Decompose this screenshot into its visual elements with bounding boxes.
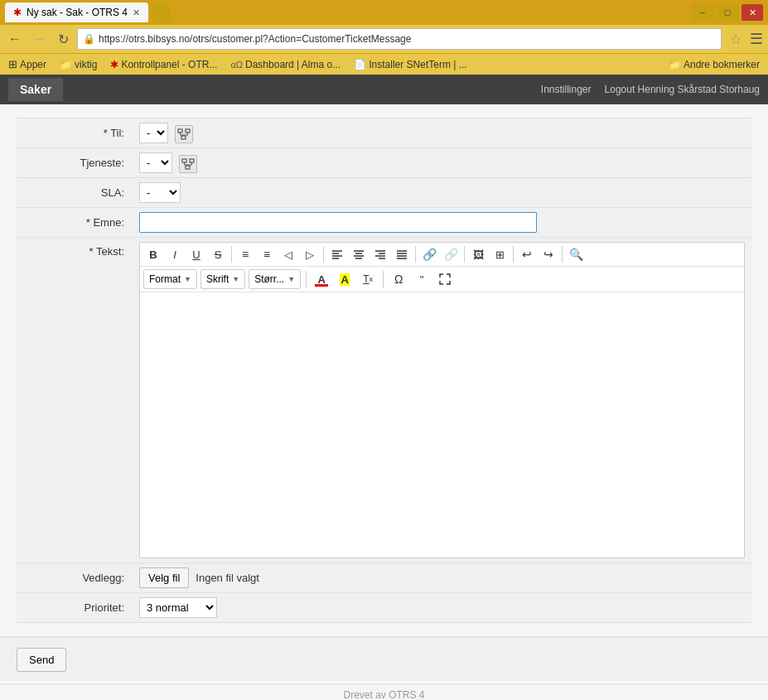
prioritet-row: Prioritet: 1 very low 2 low 3 normal 4 h…: [17, 593, 751, 623]
vedlegg-label: Vedlegg:: [17, 566, 133, 590]
indent-less-button[interactable]: ◁: [278, 245, 298, 263]
bookmark-apper[interactable]: ⊞ Apper: [5, 57, 50, 71]
align-justify-button[interactable]: [392, 245, 412, 263]
ssl-lock-icon: 🔒: [83, 33, 95, 45]
editor-toolbar-row2: Format ▼ Skrift ▼ Størr... ▼: [140, 267, 744, 292]
minimize-button[interactable]: −: [692, 4, 713, 21]
svg-rect-2: [181, 136, 186, 139]
reload-button[interactable]: ↻: [55, 30, 72, 49]
forward-button[interactable]: →: [30, 30, 50, 48]
emne-row: * Emne:: [17, 208, 751, 238]
bold-button[interactable]: B: [143, 245, 163, 263]
til-select[interactable]: -: [139, 123, 168, 143]
tjeneste-tree-button[interactable]: [179, 155, 197, 173]
folder-icon: 📁: [60, 59, 72, 70]
footer-text: Drevet av OTRS 4: [343, 689, 424, 701]
velg-fil-button[interactable]: Velg fil: [139, 567, 189, 588]
sla-row: SLA: -: [17, 178, 751, 208]
insert-link-button[interactable]: 🔗: [419, 245, 439, 263]
toolbar-sep-1: [231, 246, 232, 263]
sla-label: SLA:: [17, 181, 133, 205]
format-dropdown-arrow: ▼: [184, 275, 191, 283]
svg-rect-9: [186, 166, 190, 169]
send-button[interactable]: Send: [17, 648, 66, 672]
ticket-form: * Til: -: [0, 104, 768, 636]
prioritet-select[interactable]: 1 very low 2 low 3 normal 4 high 5 very …: [139, 597, 217, 618]
align-left-button[interactable]: [327, 245, 347, 263]
toolbar-sep-3: [415, 246, 416, 263]
top-navigation: Saker Innstillinger Logout Henning Skårs…: [0, 75, 768, 104]
logout-link[interactable]: Logout Henning Skårstad Storhaug: [605, 84, 760, 95]
ordered-list-button[interactable]: ≡: [235, 245, 255, 263]
tjeneste-label: Tjeneste:: [17, 151, 133, 175]
til-row: * Til: -: [17, 118, 751, 148]
address-bar[interactable]: 🔒 https://otrs.bibsys.no/otrs/customer.p…: [77, 28, 722, 50]
tab-close-icon[interactable]: ✕: [133, 7, 140, 18]
editor-content-area[interactable]: [140, 292, 744, 558]
toolbar-sep-6: [562, 246, 563, 263]
undo-button[interactable]: ↩: [517, 245, 537, 263]
tekst-row: * Tekst: B I U S ≡ ≡ ◁ ▷: [17, 238, 751, 563]
svg-rect-0: [178, 129, 182, 133]
insert-table-button[interactable]: ⊞: [490, 245, 510, 263]
storr-dropdown-arrow: ▼: [287, 275, 295, 283]
inactive-tab[interactable]: [153, 2, 170, 22]
doc-icon: 📄: [354, 59, 366, 70]
close-button[interactable]: ✕: [741, 4, 763, 21]
tjeneste-select[interactable]: -: [139, 152, 172, 173]
apps-icon: ⊞: [8, 58, 17, 70]
bookmark-dashboard[interactable]: αΩ Dashboard | Alma o...: [227, 58, 344, 71]
format-dropdown[interactable]: Format ▼: [143, 269, 197, 289]
emne-input[interactable]: [139, 212, 537, 233]
andre-folder-icon: 📁: [669, 59, 681, 70]
emne-label: * Emne:: [17, 210, 133, 234]
underline-button[interactable]: U: [186, 245, 206, 263]
bookmark-installer[interactable]: 📄 Installer SNetTerm | ...: [350, 58, 470, 71]
clear-format-button[interactable]: Tx: [358, 270, 378, 288]
tjeneste-org-tree-icon: [181, 158, 195, 170]
toolbar-sep-8: [383, 271, 384, 287]
vedlegg-row: Vedlegg: Velg fil Ingen fil valgt: [17, 563, 751, 593]
storr-dropdown-label: Størr...: [254, 273, 284, 285]
fullscreen-icon: [439, 273, 451, 285]
back-button[interactable]: ←: [5, 30, 25, 48]
til-tree-button[interactable]: [175, 125, 193, 143]
innstillinger-link[interactable]: Innstillinger: [541, 84, 592, 95]
bg-color-button[interactable]: A: [335, 270, 355, 288]
bookmark-viktig[interactable]: 📁 viktig: [56, 58, 100, 71]
find-button[interactable]: 🔍: [566, 245, 586, 263]
format-dropdown-label: Format: [149, 273, 181, 285]
brand-label[interactable]: Saker: [8, 78, 63, 101]
bookmark-star-icon[interactable]: ☆: [730, 31, 741, 47]
font-color-button[interactable]: A: [312, 270, 331, 288]
svg-rect-8: [190, 159, 194, 162]
unordered-list-button[interactable]: ≡: [257, 245, 277, 263]
send-section: Send: [0, 636, 768, 682]
maximize-button[interactable]: □: [717, 4, 738, 21]
storr-dropdown[interactable]: Størr... ▼: [249, 269, 301, 289]
sla-select[interactable]: -: [139, 182, 181, 203]
star-icon: ✱: [110, 59, 118, 70]
bookmark-andre[interactable]: 📁 Andre bokmerker: [665, 58, 763, 71]
fullscreen-button[interactable]: [435, 270, 455, 288]
chrome-menu-icon[interactable]: ☰: [750, 30, 763, 48]
align-right-button[interactable]: [370, 245, 390, 263]
active-tab[interactable]: ✱ Ny sak - Sak - OTRS 4 ✕: [5, 2, 148, 22]
toolbar-sep-5: [513, 246, 514, 263]
quote-icon: ": [420, 273, 424, 286]
skrift-dropdown[interactable]: Skrift ▼: [200, 269, 245, 289]
special-char-button[interactable]: Ω: [389, 270, 408, 288]
redo-button[interactable]: ↪: [539, 245, 558, 263]
italic-button[interactable]: I: [165, 245, 185, 263]
indent-more-button[interactable]: ▷: [300, 245, 320, 263]
url-text: https://otrs.bibsys.no/otrs/customer.pl?…: [99, 33, 411, 45]
align-center-button[interactable]: [349, 245, 369, 263]
insert-image-button[interactable]: 🖼: [468, 245, 488, 263]
font-color-indicator: [315, 284, 328, 287]
page-footer: Drevet av OTRS 4: [0, 683, 768, 700]
bookmark-kontrollpanel[interactable]: ✱ Kontrollpanel - OTR...: [107, 58, 220, 71]
strikethrough-button[interactable]: S: [208, 245, 228, 263]
svg-rect-7: [182, 159, 186, 162]
blockquote-button[interactable]: ": [412, 270, 432, 288]
remove-link-button[interactable]: 🔗: [441, 245, 461, 263]
